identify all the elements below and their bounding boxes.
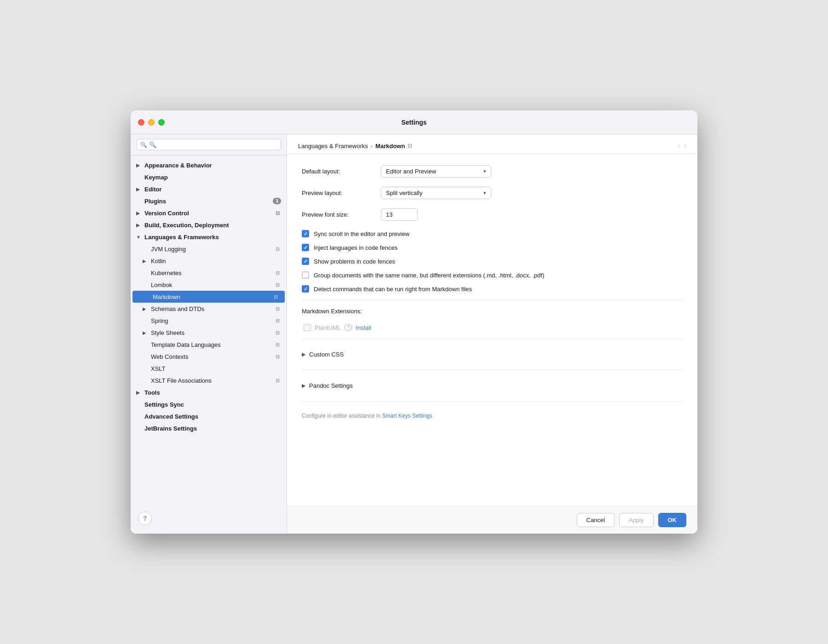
sidebar-item-web-contexts[interactable]: Web Contexts ⊟ — [131, 351, 287, 362]
lock-icon: ⊟ — [274, 281, 281, 288]
breadcrumb-parent: Languages & Frameworks — [298, 143, 368, 150]
divider — [302, 300, 683, 300]
divider-4 — [302, 401, 683, 402]
lock-icon: ⊟ — [274, 341, 281, 348]
back-button[interactable]: ‹ — [678, 142, 680, 150]
sidebar-item-stylesheets[interactable]: ▶ Style Sheets ⊟ — [131, 327, 287, 339]
install-link[interactable]: Install — [356, 324, 371, 331]
sidebar-item-xslt[interactable]: XSLT — [131, 362, 287, 374]
divider-2 — [302, 339, 683, 339]
sidebar-item-label: Tools — [144, 389, 160, 396]
apply-button[interactable]: Apply — [619, 513, 654, 527]
sidebar-item-label: Settings Sync — [144, 401, 184, 408]
extensions-label: Markdown Extensions: — [302, 308, 375, 315]
search-input-wrap[interactable]: 🔍 — [136, 139, 281, 150]
inject-lang-label: Inject languages in code fences — [314, 244, 397, 251]
smart-keys-link[interactable]: Smart Keys Settings — [382, 413, 432, 419]
inject-lang-checkbox[interactable] — [302, 244, 309, 251]
sidebar-item-jetbrains[interactable]: JetBrains Settings — [131, 422, 287, 434]
footer-help-text: Configure in-editor assistance in Smart … — [302, 413, 683, 419]
breadcrumb-separator: › — [371, 143, 373, 150]
chevron-right-icon: ▶ — [302, 383, 305, 389]
chevron-right-icon: ▶ — [143, 259, 149, 264]
font-size-label: Preview font size: — [302, 211, 375, 218]
group-docs-label: Group documents with the same name, but … — [314, 272, 544, 279]
chevron-right-icon: ▶ — [143, 306, 149, 311]
checkbox-detect-commands: Detect commands that can be run right fr… — [302, 285, 683, 293]
sidebar-item-markdown[interactable]: Markdown ⊟ — [132, 291, 285, 303]
sidebar-item-kubernetes[interactable]: Kubernetes ⊟ — [131, 267, 287, 279]
sidebar-item-tools[interactable]: ▶ Tools — [131, 386, 287, 398]
sidebar-item-label: Web Contexts — [151, 353, 188, 360]
chevron-right-icon: ▶ — [136, 187, 143, 192]
plantuml-help-icon[interactable]: ? — [345, 324, 352, 331]
sidebar-item-spring[interactable]: Spring ⊟ — [131, 315, 287, 327]
sidebar-item-schemas[interactable]: ▶ Schemas and DTDs ⊟ — [131, 303, 287, 315]
font-size-input[interactable] — [381, 208, 418, 221]
lock-icon: ⊟ — [274, 317, 281, 324]
plugins-badge: 3 — [273, 198, 281, 204]
divider-3 — [302, 370, 683, 370]
search-input[interactable] — [149, 141, 277, 148]
lock-icon: ⊟ — [274, 353, 281, 360]
breadcrumb-current: Markdown — [375, 143, 405, 150]
pandoc-label: Pandoc Settings — [309, 382, 353, 389]
chevron-right-icon: ▶ — [136, 211, 143, 216]
lock-icon: ⊟ — [274, 329, 281, 336]
help-button[interactable]: ? — [138, 512, 152, 525]
sidebar-item-version-control[interactable]: ▶ Version Control ⊟ — [131, 207, 287, 219]
sidebar-item-keymap[interactable]: Keymap — [131, 171, 287, 183]
sidebar-item-label: XSLT File Associations — [151, 377, 212, 384]
sidebar-item-label: Build, Execution, Deployment — [144, 222, 229, 229]
sidebar-item-editor[interactable]: ▶ Editor — [131, 183, 287, 195]
pandoc-section[interactable]: ▶ Pandoc Settings — [302, 378, 683, 394]
detect-commands-label: Detect commands that can be run right fr… — [314, 286, 472, 293]
sidebar-item-template[interactable]: Template Data Languages ⊟ — [131, 339, 287, 351]
cancel-button[interactable]: Cancel — [577, 513, 615, 527]
show-problems-checkbox[interactable] — [302, 258, 309, 265]
lock-icon: ⊟ — [272, 293, 279, 300]
close-button[interactable] — [138, 119, 144, 126]
default-layout-value: Editor and Preview — [386, 168, 436, 175]
window-title: Settings — [401, 119, 426, 126]
default-layout-dropdown[interactable]: Editor and Preview ▾ — [381, 165, 491, 178]
chevron-right-icon: ▶ — [143, 330, 149, 335]
preview-layout-label: Preview layout: — [302, 190, 375, 196]
lock-icon: ⊟ — [274, 269, 281, 276]
sidebar-bottom: ? — [131, 506, 287, 534]
sidebar-item-label: Editor — [144, 186, 162, 193]
plantuml-checkbox[interactable] — [304, 324, 311, 331]
maximize-button[interactable] — [158, 119, 165, 126]
sidebar-item-languages[interactable]: ▼ Languages & Frameworks — [131, 231, 287, 243]
preview-layout-value: Split vertically — [386, 190, 422, 196]
forward-button[interactable]: › — [684, 142, 686, 150]
sidebar-item-jvm[interactable]: JVM Logging ⊟ — [131, 243, 287, 255]
sidebar-item-label: Advanced Settings — [144, 413, 198, 420]
settings-content: Default layout: Editor and Preview ▾ Pre… — [287, 154, 697, 506]
sidebar-item-plugins[interactable]: Plugins 3 — [131, 195, 287, 207]
sidebar-item-label: Keymap — [144, 174, 168, 181]
checkbox-inject-lang: Inject languages in code fences — [302, 244, 683, 251]
plantuml-row: PlantUML ? Install — [302, 324, 683, 331]
sidebar-item-label: XSLT — [151, 365, 166, 372]
sidebar-item-label: Style Sheets — [151, 329, 184, 336]
minimize-button[interactable] — [148, 119, 155, 126]
sync-scroll-checkbox[interactable] — [302, 230, 309, 237]
sidebar-item-build[interactable]: ▶ Build, Execution, Deployment — [131, 219, 287, 231]
sidebar-item-lombok[interactable]: Lombok ⊟ — [131, 279, 287, 291]
sidebar-item-settings-sync[interactable]: Settings Sync — [131, 398, 287, 410]
footer-buttons: Cancel Apply OK — [287, 506, 697, 534]
extensions-label-row: Markdown Extensions: — [302, 308, 683, 315]
detect-commands-checkbox[interactable] — [302, 285, 309, 293]
sidebar-item-advanced[interactable]: Advanced Settings — [131, 410, 287, 422]
preview-layout-dropdown[interactable]: Split vertically ▾ — [381, 187, 491, 199]
breadcrumb: Languages & Frameworks › Markdown ⊟ — [298, 143, 412, 150]
sidebar-item-appearance[interactable]: ▶ Appearance & Behavior — [131, 159, 287, 171]
sidebar-item-kotlin[interactable]: ▶ Kotlin — [131, 255, 287, 267]
sidebar-item-xslt-file[interactable]: XSLT File Associations ⊟ — [131, 374, 287, 386]
group-docs-checkbox[interactable] — [302, 271, 309, 279]
show-problems-label: Show problems in code fences — [314, 258, 395, 265]
ok-button[interactable]: OK — [658, 513, 687, 527]
custom-css-section[interactable]: ▶ Custom CSS — [302, 346, 683, 362]
plantuml-label: PlantUML — [315, 324, 341, 331]
